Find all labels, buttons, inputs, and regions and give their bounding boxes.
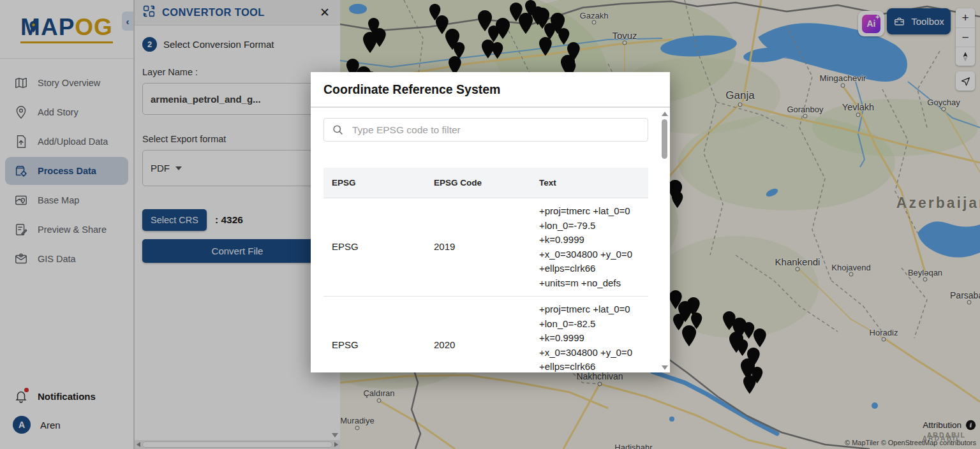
- epsg-search-box: [323, 118, 648, 142]
- col-header-text: Text: [531, 168, 648, 198]
- modal-body: EPSG EPSG Code Text EPSG2019+proj=tmerc …: [311, 108, 670, 372]
- col-header-epsg-code: EPSG Code: [426, 168, 531, 198]
- crs-cell-epsg: EPSG: [323, 297, 426, 373]
- crs-modal: Coordinate Reference System EPSG EPSG Co…: [311, 72, 670, 372]
- epsg-search-input[interactable]: [352, 124, 640, 136]
- crs-cell-text: +proj=tmerc +lat_0=0 +lon_0=-82.5 +k=0.9…: [531, 297, 648, 373]
- crs-table-row[interactable]: EPSG2020+proj=tmerc +lat_0=0 +lon_0=-82.…: [323, 297, 648, 373]
- app-root: GazakhTovuzMingachevirGanjaGoranboyYevla…: [0, 0, 980, 449]
- crs-cell-code: 2019: [426, 198, 531, 297]
- crs-table-header-row: EPSG EPSG Code Text: [323, 168, 648, 198]
- modal-title: Coordinate Reference System: [323, 82, 500, 97]
- modal-header: Coordinate Reference System: [311, 72, 670, 108]
- crs-cell-epsg: EPSG: [323, 198, 426, 297]
- crs-table: EPSG EPSG Code Text EPSG2019+proj=tmerc …: [323, 168, 648, 372]
- modal-scrollbar[interactable]: [660, 110, 669, 371]
- scroll-up-icon[interactable]: [662, 112, 668, 116]
- crs-cell-text: +proj=tmerc +lat_0=0 +lon_0=-79.5 +k=0.9…: [531, 198, 648, 297]
- modal-scrollbar-thumb[interactable]: [662, 119, 667, 159]
- crs-cell-code: 2020: [426, 297, 531, 373]
- crs-table-row[interactable]: EPSG2019+proj=tmerc +lat_0=0 +lon_0=-79.…: [323, 198, 648, 297]
- col-header-epsg: EPSG: [323, 168, 426, 198]
- scroll-down-icon[interactable]: [662, 365, 668, 370]
- search-icon: [332, 124, 344, 136]
